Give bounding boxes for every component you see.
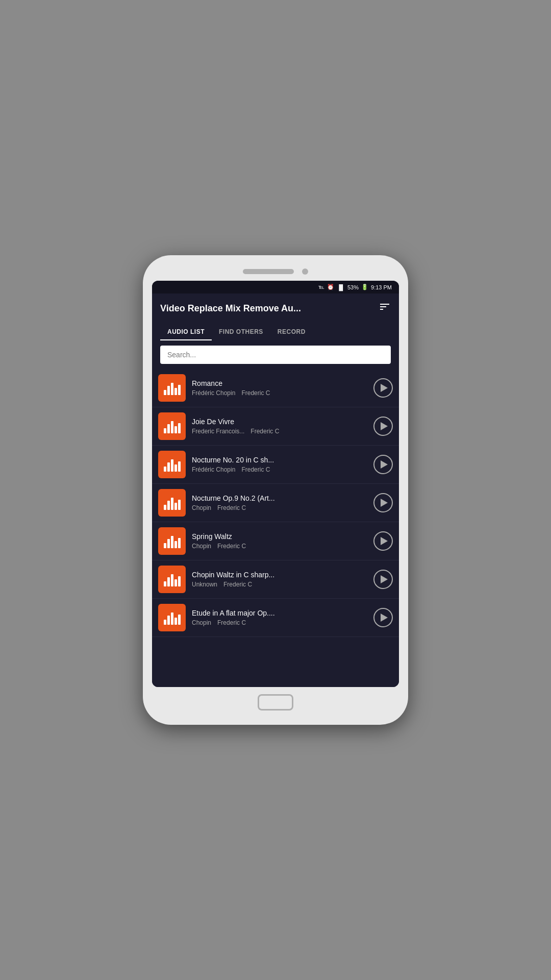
audio-meta: Chopin Frederic C bbox=[192, 543, 367, 550]
sort-icon[interactable] bbox=[379, 301, 391, 316]
play-button[interactable] bbox=[373, 378, 393, 398]
audio-info: Joie De Vivre Frederic Francois... Frede… bbox=[192, 418, 367, 435]
audio-album: Frederic C bbox=[223, 581, 252, 588]
audio-album: Frederic C bbox=[241, 466, 270, 473]
header-row: Video Replace Mix Remove Au... bbox=[160, 301, 391, 316]
status-bar: ℡ ⏰ ▐▌ 53% 🔋 9:13 PM bbox=[152, 281, 399, 293]
audio-thumb bbox=[158, 412, 186, 440]
audio-title: Joie De Vivre bbox=[192, 418, 367, 426]
tab-find-others[interactable]: FIND OTHERS bbox=[212, 324, 270, 340]
audio-artist: Chopin bbox=[192, 619, 211, 626]
audio-meta: Frédéric Chopin Frederic C bbox=[192, 389, 367, 397]
play-button[interactable] bbox=[373, 570, 393, 589]
audio-title: Chopin Waltz in C sharp... bbox=[192, 571, 367, 579]
signal-icon: ▐▌ bbox=[337, 284, 345, 290]
audio-title: Etude in A flat major Op.... bbox=[192, 609, 367, 617]
list-item[interactable]: Romance Frédéric Chopin Frederic C bbox=[152, 369, 399, 407]
audio-album: Frederic C bbox=[217, 543, 246, 550]
list-item[interactable]: Nocturne No. 20 in C sh... Frédéric Chop… bbox=[152, 446, 399, 484]
phone-frame: ℡ ⏰ ▐▌ 53% 🔋 9:13 PM Video Replace Mix R… bbox=[143, 255, 408, 725]
play-triangle-icon bbox=[381, 499, 388, 507]
audio-info: Chopin Waltz in C sharp... Unknown Frede… bbox=[192, 571, 367, 588]
audio-info: Romance Frédéric Chopin Frederic C bbox=[192, 379, 367, 397]
phone-top bbox=[152, 264, 399, 281]
alarm-icon: ⏰ bbox=[327, 284, 334, 290]
bars-icon bbox=[164, 457, 181, 472]
audio-album: Frederic C bbox=[241, 389, 270, 397]
bluetooth-icon: ℡ bbox=[318, 284, 324, 290]
bars-icon bbox=[164, 610, 181, 625]
search-container bbox=[152, 340, 399, 369]
bars-icon bbox=[164, 534, 181, 548]
play-triangle-icon bbox=[381, 614, 388, 622]
list-item[interactable]: Joie De Vivre Frederic Francois... Frede… bbox=[152, 407, 399, 446]
audio-artist: Chopin bbox=[192, 543, 211, 550]
speaker-bar bbox=[243, 269, 294, 274]
audio-artist: Chopin bbox=[192, 504, 211, 511]
audio-artist: Frederic Francois... bbox=[192, 428, 244, 435]
audio-meta: Unknown Frederic C bbox=[192, 581, 367, 588]
audio-list: Romance Frédéric Chopin Frederic C bbox=[152, 369, 399, 687]
front-camera bbox=[302, 268, 308, 275]
audio-thumb bbox=[158, 489, 186, 517]
play-button[interactable] bbox=[373, 531, 393, 551]
audio-title: Nocturne No. 20 in C sh... bbox=[192, 456, 367, 464]
tab-audio-list[interactable]: AUDIO LIST bbox=[160, 324, 212, 340]
play-triangle-icon bbox=[381, 384, 388, 392]
audio-album: Frederic C bbox=[217, 619, 246, 626]
audio-artist: Frédéric Chopin bbox=[192, 466, 235, 473]
bars-icon bbox=[164, 419, 181, 433]
audio-info: Spring Waltz Chopin Frederic C bbox=[192, 532, 367, 550]
audio-info: Nocturne Op.9 No.2 (Art... Chopin Freder… bbox=[192, 494, 367, 511]
audio-artist: Unknown bbox=[192, 581, 217, 588]
play-triangle-icon bbox=[381, 460, 388, 469]
bars-icon bbox=[164, 572, 181, 586]
audio-thumb bbox=[158, 451, 186, 478]
play-triangle-icon bbox=[381, 575, 388, 583]
tab-record[interactable]: RECORD bbox=[270, 324, 313, 340]
audio-thumb bbox=[158, 604, 186, 631]
audio-info: Nocturne No. 20 in C sh... Frédéric Chop… bbox=[192, 456, 367, 473]
play-triangle-icon bbox=[381, 422, 388, 430]
audio-title: Romance bbox=[192, 379, 367, 387]
audio-thumb bbox=[158, 527, 186, 555]
audio-album: Frederic C bbox=[217, 504, 246, 511]
list-item[interactable]: Chopin Waltz in C sharp... Unknown Frede… bbox=[152, 560, 399, 599]
audio-meta: Frédéric Chopin Frederic C bbox=[192, 466, 367, 473]
audio-artist: Frédéric Chopin bbox=[192, 389, 235, 397]
play-triangle-icon bbox=[381, 537, 388, 545]
app-title: Video Replace Mix Remove Au... bbox=[160, 303, 301, 314]
audio-title: Spring Waltz bbox=[192, 532, 367, 541]
audio-meta: Chopin Frederic C bbox=[192, 504, 367, 511]
list-item[interactable]: Spring Waltz Chopin Frederic C bbox=[152, 522, 399, 560]
phone-screen: ℡ ⏰ ▐▌ 53% 🔋 9:13 PM Video Replace Mix R… bbox=[152, 281, 399, 687]
play-button[interactable] bbox=[373, 608, 393, 627]
time-text: 9:13 PM bbox=[371, 284, 392, 290]
phone-bottom bbox=[152, 687, 399, 716]
audio-title: Nocturne Op.9 No.2 (Art... bbox=[192, 494, 367, 502]
play-button[interactable] bbox=[373, 416, 393, 436]
audio-info: Etude in A flat major Op.... Chopin Fred… bbox=[192, 609, 367, 626]
tabs-row: AUDIO LIST FIND OTHERS RECORD bbox=[160, 324, 391, 340]
status-icons: ℡ ⏰ ▐▌ 53% 🔋 9:13 PM bbox=[318, 284, 392, 290]
audio-thumb bbox=[158, 374, 186, 402]
play-button[interactable] bbox=[373, 455, 393, 474]
audio-meta: Frederic Francois... Frederic C bbox=[192, 428, 367, 435]
search-input[interactable] bbox=[160, 346, 391, 364]
battery-icon: 🔋 bbox=[361, 284, 368, 290]
play-button[interactable] bbox=[373, 493, 393, 512]
battery-text: 53% bbox=[347, 284, 359, 290]
audio-meta: Chopin Frederic C bbox=[192, 619, 367, 626]
list-item[interactable]: Nocturne Op.9 No.2 (Art... Chopin Freder… bbox=[152, 484, 399, 522]
app-header: Video Replace Mix Remove Au... AUDIO LIS… bbox=[152, 293, 399, 340]
bars-icon bbox=[164, 381, 181, 395]
bars-icon bbox=[164, 496, 181, 510]
audio-thumb bbox=[158, 566, 186, 593]
list-item[interactable]: Etude in A flat major Op.... Chopin Fred… bbox=[152, 599, 399, 637]
audio-album: Frederic C bbox=[251, 428, 279, 435]
home-button[interactable] bbox=[258, 694, 293, 710]
